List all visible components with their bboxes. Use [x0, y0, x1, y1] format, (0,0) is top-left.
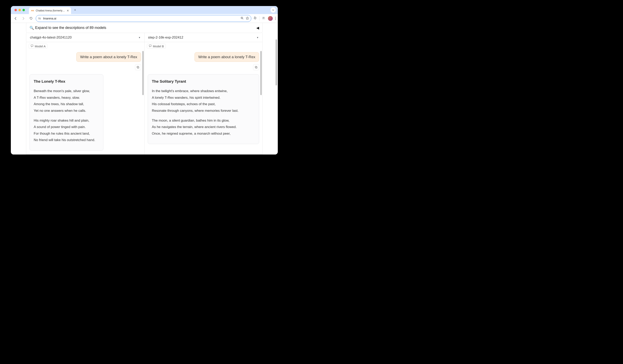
model-selectors: chatgpt-4o-latest-20241120 ▼ step-2-16k-… [26, 33, 263, 42]
toolbar-divider [259, 16, 260, 21]
poem-line: A T-Rex wanders, heavy, slow. [34, 95, 99, 101]
window-controls [12, 9, 25, 11]
poem-line: Among the trees, his shadow tall, [34, 101, 99, 107]
magnifier-icon: 🔍 [29, 26, 34, 30]
tab-title: Chatbot Arena (formerly LMS [36, 9, 65, 12]
new-tab-button[interactable]: + [72, 7, 78, 13]
panel-model-b: Model B Write a poem about a lonely T-Re… [144, 42, 263, 154]
reading-list-icon[interactable] [262, 16, 266, 21]
model-a-selector[interactable]: chatgpt-4o-latest-20241120 ▼ [26, 33, 144, 42]
poem-line: Yet no one answers when he calls. [34, 108, 99, 114]
zoom-icon[interactable] [241, 17, 244, 20]
poem-line: The moon, a silent guardian, bathes him … [152, 118, 255, 124]
svg-point-3 [40, 19, 41, 19]
model-b-label-chip: Model B [147, 44, 166, 49]
svg-line-5 [243, 19, 244, 20]
user-prompt-a: Write a poem about a lonely T-Rex [76, 52, 141, 62]
svg-rect-13 [137, 66, 138, 68]
stanza: In the twilight's embrace, where shadows… [152, 88, 255, 114]
copy-button-b[interactable] [253, 64, 259, 70]
expand-models-bar[interactable]: 🔍 Expand to see the descriptions of 89 m… [26, 23, 263, 33]
panel-model-a: Model A Write a poem about a lonely T-Re… [26, 42, 144, 154]
site-settings-icon[interactable] [38, 17, 42, 20]
user-prompt-b: Write a poem about a lonely T-Rex [195, 52, 259, 62]
svg-rect-15 [255, 67, 257, 68]
tab-favicon-icon [31, 9, 34, 12]
copy-button-a[interactable] [135, 64, 141, 70]
response-card-a: The Lonely T-Rex Beneath the moon's pale… [29, 74, 103, 151]
svg-rect-16 [255, 66, 257, 68]
poem-line: No friend will take his outstretched han… [34, 137, 99, 143]
expand-models-text: Expand to see the descriptions of 89 mod… [35, 26, 106, 30]
chat-icon [149, 44, 152, 48]
url-text: lmarena.ai [43, 17, 239, 20]
poem-line: His mighty roar shakes hill and plain, [34, 118, 99, 124]
svg-point-2 [39, 18, 39, 19]
panel-b-scrollbar[interactable] [260, 51, 262, 95]
model-a-label-chip: Model A [29, 44, 47, 49]
reload-button[interactable] [28, 16, 34, 21]
stanza: Beneath the moon's pale, silver glow,A T… [34, 88, 99, 114]
poem-line: His colossal footsteps, echoes of the pa… [152, 101, 255, 107]
response-card-b: The Solitary Tyrant In the twilight's em… [148, 74, 259, 144]
forward-button[interactable] [21, 16, 26, 21]
model-a-selector-value: chatgpt-4o-latest-20241120 [30, 36, 72, 40]
response-title-a: The Lonely T-Rex [34, 78, 99, 85]
page-scrollbar[interactable] [276, 39, 277, 86]
poem-line: Resonate through canyons, where memories… [152, 108, 255, 114]
page-content: 🔍 Expand to see the descriptions of 89 m… [11, 23, 278, 154]
bookmark-star-icon[interactable] [246, 17, 249, 21]
address-bar[interactable]: lmarena.ai [36, 15, 251, 22]
tab-close-icon[interactable]: ✕ [67, 9, 69, 12]
maximize-window-button[interactable] [22, 9, 25, 11]
poem-line: For though he rules this ancient land, [34, 131, 99, 137]
model-b-selector-value: step-2-16k-exp-202412 [148, 36, 183, 40]
minimize-window-button[interactable] [19, 9, 21, 11]
poem-line: A sound of power tinged with pain. [34, 124, 99, 130]
toolbar-right [253, 16, 276, 21]
browser-toolbar: lmarena.ai [11, 14, 278, 23]
poem-line: A lonely T-Rex wanders, his spirit inter… [152, 95, 255, 101]
chevron-down-icon: ▼ [138, 36, 141, 39]
profile-avatar[interactable] [268, 16, 273, 21]
browser-window: Chatbot Arena (formerly LMS ✕ + lmarena.… [11, 6, 278, 154]
response-title-b: The Solitary Tyrant [152, 78, 255, 85]
svg-rect-11 [31, 45, 33, 46]
chevron-down-icon: ▼ [257, 36, 259, 39]
extensions-icon[interactable] [253, 16, 257, 21]
model-b-selector[interactable]: step-2-16k-exp-202412 ▼ [144, 33, 263, 42]
tab-list-button[interactable] [270, 7, 276, 13]
panel-a-scrollbar[interactable] [142, 51, 144, 95]
svg-rect-12 [137, 67, 139, 68]
chat-icon [30, 44, 34, 48]
poem-line: As he navigates the terrain, where ancie… [152, 124, 255, 130]
model-a-label: Model A [35, 44, 45, 48]
back-button[interactable] [13, 16, 19, 21]
comparison-panels: Model A Write a poem about a lonely T-Re… [26, 42, 263, 154]
poem-line: Once, he reigned supreme, a monarch with… [152, 131, 255, 137]
svg-rect-14 [149, 45, 151, 46]
tab-strip: Chatbot Arena (formerly LMS ✕ + [11, 6, 278, 14]
collapse-triangle-icon: ◀ [256, 26, 259, 30]
stanza: The moon, a silent guardian, bathes him … [152, 118, 255, 137]
close-window-button[interactable] [14, 9, 17, 11]
browser-menu-button[interactable] [275, 17, 276, 20]
poem-line: Beneath the moon's pale, silver glow, [34, 88, 99, 94]
stanza: His mighty roar shakes hill and plain,A … [34, 118, 99, 143]
poem-line: In the twilight's embrace, where shadows… [152, 88, 255, 94]
model-b-label: Model B [153, 44, 164, 48]
browser-tab[interactable]: Chatbot Arena (formerly LMS ✕ [29, 7, 71, 14]
